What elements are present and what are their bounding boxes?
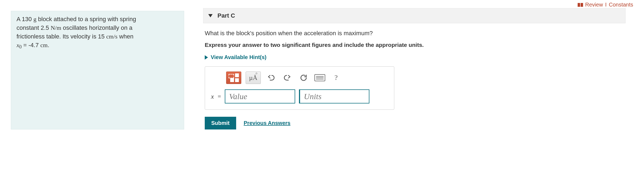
var-x: x [17,42,19,48]
problem-text: oscillates horizontally on a [61,24,132,31]
help-button[interactable]: ? [330,72,342,84]
answer-variable: x [211,93,214,100]
constants-link[interactable]: Constants [609,2,633,8]
units-symbol: µÅ [249,74,257,82]
problem-statement: A 130 g block attached to a spring with … [11,11,184,129]
answer-toolbar: µÅ ? [226,72,388,84]
unit-g: g [33,16,36,22]
units-button[interactable]: µÅ [246,72,261,84]
previous-answers-link[interactable]: Previous Answers [244,120,291,126]
undo-icon [267,74,275,82]
problem-text: when [118,33,134,40]
undo-button[interactable] [265,72,277,84]
expand-icon [205,55,208,60]
problem-text: . [48,42,49,48]
problem-text: frictionless table. Its velocity is 15 [17,33,106,40]
part-label: Part C [217,12,235,19]
problem-text: = -4.7 [22,42,40,48]
template-button[interactable] [226,72,241,84]
submit-button[interactable]: Submit [205,117,236,129]
top-links: Review I Constants [578,2,633,8]
units-input[interactable] [299,89,369,103]
book-icon [578,3,583,7]
review-link[interactable]: Review [585,2,603,8]
problem-text: block attached to a spring with spring [36,16,136,22]
answer-input-row: x = [211,89,388,103]
separator: I [605,2,607,8]
collapse-icon [208,14,213,17]
instructions-text: Express your answer to two significant f… [205,42,624,48]
reset-button[interactable] [298,72,310,84]
hints-label: View Available Hint(s) [211,54,266,60]
submit-row: Submit Previous Answers [205,117,624,129]
redo-icon [283,74,291,82]
problem-text: A 130 [17,16,33,22]
unit-nm: N/m [51,24,61,31]
ring-accent-icon [256,73,257,74]
equals-sign: = [218,93,221,100]
keyboard-button[interactable] [314,72,326,84]
keyboard-icon [314,74,325,81]
subscript-0: 0 [19,44,22,50]
problem-text: constant 2.5 [17,24,51,31]
part-body: What is the block's position when the ac… [203,30,626,129]
reset-icon [300,74,308,82]
question-text: What is the block's position when the ac… [205,30,624,37]
unit-cm: cm [40,42,48,48]
view-hints[interactable]: View Available Hint(s) [205,54,624,60]
unit-cms: cm/s [106,33,118,40]
redo-button[interactable] [281,72,293,84]
part-header[interactable]: Part C [203,8,626,23]
answer-box: µÅ ? [205,66,394,110]
value-input[interactable] [225,89,295,103]
